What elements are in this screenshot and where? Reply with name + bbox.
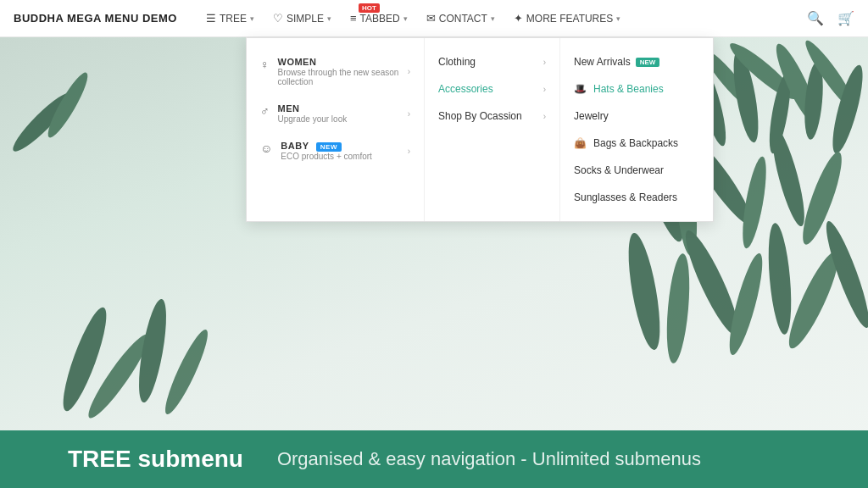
men-content: MEN Upgrade your look [278,103,348,124]
main-nav: ☰ TREE ▾ ♡ SIMPLE ▾ HOT ≡ TABBED ▾ ✉ CON… [198,0,807,37]
third-item-sunglasses[interactable]: Sunglasses & Readers [560,184,713,211]
tree-icon: ☰ [206,12,216,25]
baby-badge: NEW [316,142,342,152]
header-right: 🔍 🛒 [807,10,854,26]
bags-label: Bags & Backpacks [593,137,678,149]
bottom-title: TREE submenu [68,446,243,473]
svg-point-27 [8,87,77,157]
hat-icon: 🎩 [574,83,587,95]
svg-point-28 [42,69,93,141]
men-arrow: › [408,109,410,119]
tree-dropdown: ♀ WOMEN Browse through the new season co… [246,37,714,222]
accessories-label: Accessories [438,83,493,95]
cart-icon[interactable]: 🛒 [837,10,854,26]
hats-label: Hats & Beanies [593,83,664,95]
star-icon: ✦ [514,12,523,25]
women-content: WOMEN Browse through the new season coll… [278,57,399,86]
women-title: WOMEN [278,57,399,67]
svg-point-7 [802,61,826,140]
svg-point-19 [723,251,768,357]
svg-point-22 [820,218,868,330]
nav-contact-label: CONTACT [439,13,487,25]
nav-simple-label: SIMPLE [287,13,324,25]
email-icon: ✉ [426,12,436,25]
svg-point-16 [622,231,666,352]
tree-item-women[interactable]: ♀ WOMEN Browse through the new season co… [247,48,424,95]
new-arrivals-badge: NEW [636,58,660,67]
svg-point-26 [159,326,214,418]
men-icon: ♂ [260,104,270,118]
tree-item-baby[interactable]: ☺ BABY NEW ECO products + comfort › [247,132,424,169]
nav-item-simple[interactable]: ♡ SIMPLE ▾ [264,0,340,37]
second-item-accessories[interactable]: Accessories › [425,75,559,103]
svg-point-3 [729,49,764,144]
clothing-arrow: › [543,58,546,67]
second-item-clothing[interactable]: Clothing › [425,48,559,75]
baby-arrow: › [408,147,410,156]
heart-icon: ♡ [273,12,283,25]
svg-point-8 [800,37,861,114]
shop-arrow: › [543,112,546,121]
svg-point-20 [765,222,794,336]
shop-label: Shop By Ocassion [438,110,522,122]
nav-item-more[interactable]: ✦ MORE FEATURES ▾ [505,0,629,37]
tabbed-icon: ≡ [350,12,357,25]
clothing-label: Clothing [438,56,476,68]
hot-badge: HOT [359,3,380,13]
svg-point-13 [738,155,771,250]
women-arrow: › [408,67,410,76]
contact-chevron: ▾ [491,14,495,23]
nav-more-label: MORE FEATURES [526,13,613,25]
women-sub: Browse through the new season collection [278,68,399,86]
nav-tabbed-label: TABBED [360,13,400,25]
bottom-bar: TREE submenu Organised & easy navigation… [0,430,868,488]
svg-point-18 [677,226,746,340]
third-item-jewelry[interactable]: Jewelry [560,103,713,130]
sunglasses-label: Sunglasses & Readers [574,191,677,203]
svg-point-9 [826,63,868,156]
baby-icon: ☺ [260,141,272,155]
svg-point-15 [796,148,849,247]
tree-level3-panel: New Arrivals NEW 🎩 Hats & Beanies Jewelr… [560,38,713,221]
accessories-arrow: › [543,85,546,94]
simple-chevron: ▾ [327,14,331,23]
nav-tree-label: TREE [220,13,247,25]
svg-point-4 [725,37,800,105]
third-item-hats[interactable]: 🎩 Hats & Beanies [560,75,713,103]
nav-item-contact[interactable]: ✉ CONTACT ▾ [418,0,504,37]
baby-content: BABY NEW ECO products + comfort [281,141,372,161]
second-item-shop[interactable]: Shop By Ocassion › [425,103,559,130]
baby-sub: ECO products + comfort [281,152,372,161]
third-item-socks[interactable]: Socks & Underwear [560,157,713,184]
women-icon: ♀ [260,58,270,71]
third-item-new-arrivals[interactable]: New Arrivals NEW [560,48,713,75]
tree-level1-panel: ♀ WOMEN Browse through the new season co… [247,38,425,221]
svg-point-25 [133,297,171,404]
more-chevron: ▾ [616,14,620,23]
tabbed-chevron: ▾ [403,14,408,23]
men-title: MEN [278,103,348,114]
new-arrivals-label: New Arrivals [574,56,631,68]
bottom-description: Organised & easy navigation - Unlimited … [277,448,701,470]
svg-point-23 [56,303,114,414]
jewelry-label: Jewelry [574,110,609,122]
header: BUDDHA MEGA MENU DEMO ☰ TREE ▾ ♡ SIMPLE … [0,0,868,37]
nav-item-tree[interactable]: ☰ TREE ▾ [198,0,263,37]
svg-point-6 [770,40,824,128]
svg-point-5 [765,72,794,155]
nav-item-tabbed[interactable]: HOT ≡ TABBED ▾ [342,0,416,37]
baby-title: BABY NEW [281,141,372,151]
men-sub: Upgrade your look [278,114,348,124]
tree-item-men[interactable]: ♂ MEN Upgrade your look › [247,95,424,132]
tree-chevron: ▾ [250,14,254,23]
svg-point-21 [782,247,847,352]
svg-point-14 [766,125,810,229]
search-icon[interactable]: 🔍 [807,10,824,26]
svg-point-24 [82,330,156,424]
bag-icon: 👜 [574,137,587,149]
logo: BUDDHA MEGA MENU DEMO [14,12,177,25]
third-item-bags[interactable]: 👜 Bags & Backpacks [560,130,713,157]
tree-level2-panel: Clothing › Accessories › Shop By Ocassio… [425,38,560,221]
socks-label: Socks & Underwear [574,164,664,176]
svg-point-17 [663,252,693,364]
